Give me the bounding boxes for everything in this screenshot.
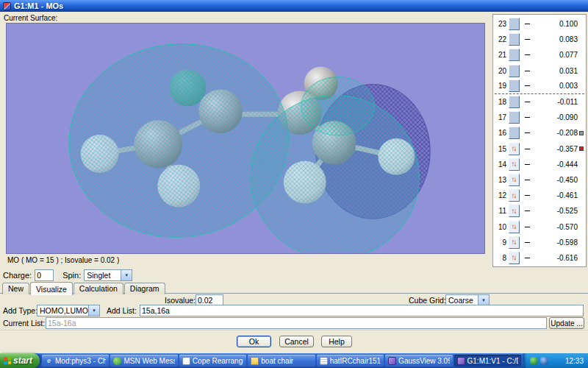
mo-energy-tick [525, 210, 530, 211]
mo-row: 10↑↓-0.570 [495, 219, 584, 234]
tab-calculation[interactable]: Calculation [74, 283, 123, 294]
add-type-select[interactable]: HOMO,LUMO ▼ [37, 305, 100, 316]
current-list-label: Current List: [3, 317, 45, 329]
mo-energy-value: -0.444 [530, 160, 578, 169]
task-label: hatIRCchair1512 ... [330, 357, 381, 365]
mo-energy-value: -0.208 [530, 129, 578, 137]
mo-occupancy-box[interactable] [509, 49, 520, 61]
mo-energy-value: -0.090 [530, 113, 578, 121]
cancel-button[interactable]: Cancel [279, 336, 314, 347]
mo-energy-tick [525, 117, 530, 118]
mo-occupancy-box[interactable] [509, 111, 520, 124]
molecule-viewport[interactable] [6, 23, 485, 254]
mo-number: 10 [495, 223, 506, 231]
mo-marker [579, 68, 584, 73]
taskbar-task[interactable]: hatIRCchair1512 ... [317, 355, 384, 367]
mo-row: 200.031 [495, 63, 584, 79]
mo-occupancy-box[interactable] [509, 96, 520, 108]
mo-number: 9 [495, 238, 506, 247]
gaussview-icon [457, 357, 465, 365]
mo-marker [579, 177, 584, 182]
mo-occupancy-box[interactable] [509, 18, 520, 30]
taskbar-task[interactable]: GaussView 3.09 [385, 355, 452, 367]
taskbar-task[interactable]: Mod:phys3 - Che... [42, 355, 109, 367]
mo-energy-value: 0.083 [530, 35, 578, 43]
occupied-arrows-icon: ↑↓ [512, 254, 516, 261]
titlebar[interactable]: G1:M1 - MOs [0, 0, 588, 12]
spin-select[interactable]: Singlet ▼ [84, 269, 132, 281]
mo-occupancy-box[interactable]: ↑↓ [509, 143, 520, 155]
mo-occupancy-box[interactable]: ↑↓ [509, 189, 520, 202]
mo-number: 16 [495, 129, 506, 137]
mo-energy-tick [525, 102, 530, 102]
mo-row: 230.100 [495, 16, 584, 32]
tab-new[interactable]: New [2, 283, 29, 294]
mo-energy-tick [525, 24, 530, 24]
mo-energy-value: -0.616 [530, 254, 578, 262]
taskbar-task[interactable]: Cope Rearrangem... [179, 355, 246, 367]
mo-energy-tick [525, 149, 530, 149]
gaussview-app-icon [3, 2, 11, 10]
mo-energy-tick [525, 132, 530, 133]
taskbar-task[interactable]: MSN Web Messen... [110, 355, 177, 367]
mo-occupancy-box[interactable] [509, 127, 520, 139]
charge-input[interactable] [35, 269, 54, 281]
tray-shield-icon[interactable] [530, 357, 537, 364]
mo-number: 15 [495, 145, 506, 153]
mo-occupancy-box[interactable]: ↑↓ [509, 221, 520, 233]
positive-lobes [60, 33, 419, 253]
current-surface-label: Current Surface: [4, 14, 57, 22]
mo-number: 13 [495, 176, 506, 184]
help-button[interactable]: Help [321, 336, 352, 347]
update-button[interactable]: Update ... [549, 317, 584, 329]
mo-marker [579, 194, 584, 198]
occupied-arrows-icon: ↑↓ [512, 223, 516, 230]
add-list-input[interactable] [140, 305, 584, 316]
mo-marker [579, 53, 584, 57]
mo-occupancy-box[interactable]: ↑↓ [509, 174, 520, 186]
document-icon [182, 357, 190, 365]
mo-energy-value: -0.461 [530, 191, 578, 199]
text-file-icon [320, 357, 328, 365]
mo-occupancy-box[interactable]: ↑↓ [509, 236, 520, 249]
mo-row: 14↑↓-0.444 [495, 157, 584, 172]
mo-marker [579, 38, 584, 42]
mo-energy-tick [525, 85, 530, 86]
mo-row: 8↑↓-0.616 [495, 250, 584, 266]
mo-occupancy-box[interactable] [509, 33, 520, 46]
viewport-caption: MO ( MO = 15 ) ; Isovalue = 0.02 ) [7, 256, 119, 264]
chevron-down-icon: ▼ [88, 305, 99, 316]
mo-row: 15↑↓-0.357 [495, 141, 584, 157]
mo-occupancy-box[interactable]: ↑↓ [509, 252, 520, 264]
tab-diagram[interactable]: Diagram [124, 283, 165, 294]
task-label: MSN Web Messen... [123, 357, 174, 365]
task-label: boat chair [261, 357, 293, 365]
window-title: G1:M1 - MOs [14, 1, 63, 10]
taskbar-task[interactable]: boat chair [248, 355, 315, 367]
mo-number: 17 [495, 113, 506, 121]
mo-occupancy-box[interactable]: ↑↓ [509, 205, 520, 217]
msn-messenger-icon [113, 357, 121, 365]
mo-row: 11↑↓-0.525 [495, 203, 584, 219]
taskbar-tasks: Mod:phys3 - Che...MSN Web Messen...Cope … [40, 353, 523, 368]
mo-energy-value: 0.100 [530, 20, 578, 28]
taskbar-task[interactable]: G1:M1:V1 - C:/Do... [454, 355, 521, 367]
dialog-buttons-row: Ok Cancel Help [0, 336, 588, 349]
tray-network-icon[interactable] [540, 357, 548, 364]
mo-energy-tick [525, 227, 530, 227]
mo-occupancy-box[interactable]: ↑↓ [509, 158, 520, 171]
tab-visualize[interactable]: Visualize [30, 282, 73, 295]
mo-energy-tick [525, 71, 530, 71]
mo-row: 12↑↓-0.461 [495, 188, 584, 203]
charge-spin-row: Charge: Spin: Singlet ▼ [3, 269, 132, 281]
gaussview-icon [388, 357, 396, 365]
mo-occupancy-box[interactable] [509, 79, 520, 92]
mo-marker [579, 209, 584, 213]
mo-list: 230.100220.083210.077200.031190.00318-0.… [492, 14, 587, 267]
ok-button[interactable]: Ok [237, 336, 271, 347]
mo-occupancy-box[interactable] [509, 65, 520, 77]
occupied-arrows-icon: ↑↓ [512, 238, 516, 246]
cube-grid-value: Coarse [448, 296, 478, 305]
occupied-arrows-icon: ↑↓ [512, 208, 516, 215]
start-button[interactable]: start [0, 353, 40, 368]
